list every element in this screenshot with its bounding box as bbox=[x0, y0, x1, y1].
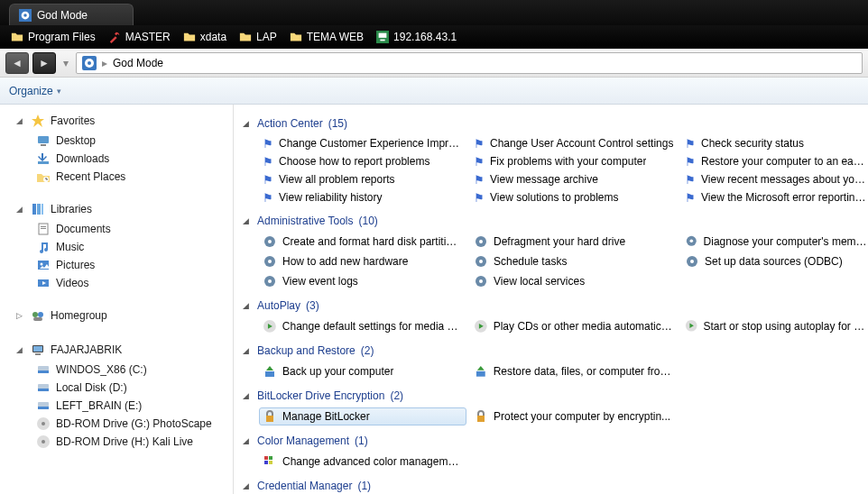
svg-rect-24 bbox=[33, 317, 42, 321]
nav-item-downloads[interactable]: Downloads bbox=[0, 150, 233, 168]
address-bar[interactable]: ▸ God Mode bbox=[76, 52, 863, 74]
svg-rect-61 bbox=[264, 456, 268, 460]
category-header[interactable]: ◢ Action Center (15) bbox=[243, 115, 859, 132]
task-item[interactable]: Back up your computer bbox=[259, 362, 466, 380]
task-item[interactable]: ⚑Change Customer Experience Impro... bbox=[259, 135, 466, 151]
nav-drive[interactable]: WINDOS_X86 (C:) bbox=[0, 361, 233, 379]
task-item[interactable]: ⚑Choose how to report problems bbox=[259, 153, 466, 169]
svg-rect-27 bbox=[35, 353, 41, 355]
task-item[interactable]: ⚑View the Microsoft error reporting pr..… bbox=[681, 189, 868, 206]
nav-drive[interactable]: BD-ROM Drive (G:) PhotoScape bbox=[0, 415, 233, 433]
task-item[interactable]: ⚑View recent messages about your co... bbox=[681, 171, 868, 188]
svg-rect-31 bbox=[38, 389, 49, 391]
category-header[interactable]: ◢ Administrative Tools (10) bbox=[243, 213, 859, 229]
category-header[interactable]: ◢ Color Management (1) bbox=[243, 433, 859, 449]
gear-icon bbox=[685, 234, 698, 249]
task-item[interactable]: Set up data sources (ODBC) bbox=[681, 252, 868, 270]
collapse-icon: ◢ bbox=[243, 436, 252, 445]
flag-icon: ⚑ bbox=[474, 138, 485, 150]
task-item[interactable]: Manage BitLocker bbox=[259, 407, 466, 425]
category-header[interactable]: ◢ BitLocker Drive Encryption (2) bbox=[243, 388, 859, 404]
task-item[interactable]: Diagnose your computer's memory ... bbox=[681, 233, 868, 251]
nav-item-music[interactable]: Music bbox=[0, 238, 233, 256]
task-item[interactable]: ⚑View reliability history bbox=[259, 189, 466, 206]
nav-item-documents[interactable]: Documents bbox=[0, 220, 233, 238]
task-grid: Manage BitLockerProtect your computer by… bbox=[243, 404, 859, 427]
svg-rect-60 bbox=[477, 416, 485, 422]
svg-point-43 bbox=[689, 239, 693, 242]
bookmark-master[interactable]: MASTER bbox=[108, 31, 171, 43]
bookmark-lap[interactable]: LAP bbox=[239, 31, 277, 43]
task-item[interactable]: ⚑Fix problems with your computer bbox=[470, 153, 678, 169]
category-header[interactable]: ◢ Backup and Restore (2) bbox=[243, 343, 859, 359]
svg-point-47 bbox=[479, 260, 483, 263]
homegroup-header[interactable]: ▷Homegroup bbox=[0, 305, 233, 326]
svg-rect-17 bbox=[41, 226, 46, 227]
svg-point-53 bbox=[479, 279, 483, 283]
folder-icon bbox=[239, 31, 252, 43]
flag-icon: ⚑ bbox=[263, 156, 273, 168]
nav-item-videos[interactable]: Videos bbox=[0, 274, 233, 292]
task-item[interactable]: Create and format hard disk partitions bbox=[259, 233, 466, 251]
task-item[interactable]: Schedule tasks bbox=[470, 252, 678, 270]
gear-icon bbox=[474, 254, 488, 269]
nav-drive[interactable]: Local Disk (D:) bbox=[0, 379, 233, 397]
task-item[interactable]: ⚑Check security status bbox=[681, 135, 868, 151]
nav-icon bbox=[36, 276, 51, 290]
browser-tab-strip: God Mode bbox=[0, 0, 868, 25]
task-item[interactable]: Restore data, files, or computer from... bbox=[470, 362, 678, 380]
backup-icon bbox=[263, 364, 277, 379]
nav-drive[interactable]: LEFT_BRAIN (E:) bbox=[0, 397, 233, 415]
task-item[interactable]: View event logs bbox=[259, 272, 466, 290]
task-item[interactable]: Start or stop using autoplay for all m..… bbox=[681, 317, 868, 335]
nav-item-pictures[interactable]: Pictures bbox=[0, 256, 233, 274]
collapse-icon: ◢ bbox=[16, 205, 25, 214]
collapse-icon: ◢ bbox=[16, 345, 25, 354]
libraries-header[interactable]: ◢Libraries bbox=[0, 198, 233, 220]
collapse-icon: ◢ bbox=[243, 301, 252, 310]
svg-rect-4 bbox=[379, 33, 387, 38]
organize-menu[interactable]: Organize bbox=[9, 85, 61, 97]
forward-button[interactable]: ► bbox=[32, 52, 56, 74]
flag-icon: ⚑ bbox=[685, 174, 696, 186]
browser-tab[interactable]: God Mode bbox=[9, 4, 134, 25]
svg-rect-10 bbox=[41, 144, 46, 146]
history-dropdown[interactable]: ▾ bbox=[60, 52, 72, 74]
drive-icon bbox=[36, 416, 51, 431]
star-icon bbox=[31, 114, 45, 128]
task-item[interactable]: Defragment your hard drive bbox=[470, 233, 678, 251]
svg-rect-18 bbox=[41, 228, 46, 229]
task-item[interactable]: ⚑View all problem reports bbox=[259, 171, 466, 188]
network-icon bbox=[376, 31, 389, 43]
nav-item-recent-places[interactable]: Recent Places bbox=[0, 168, 233, 186]
breadcrumb-sep: ▸ bbox=[102, 57, 107, 69]
nav-drive[interactable]: BD-ROM Drive (H:) Kali Live bbox=[0, 433, 233, 451]
nav-item-desktop[interactable]: Desktop bbox=[0, 132, 233, 150]
task-item[interactable]: ⚑View message archive bbox=[470, 171, 678, 188]
task-item[interactable]: Protect your computer by encryptin... bbox=[470, 407, 678, 425]
color-icon bbox=[263, 454, 277, 469]
task-item[interactable]: Change default settings for media or... bbox=[259, 317, 466, 335]
bookmark-xdata[interactable]: xdata bbox=[183, 31, 226, 43]
favorites-header[interactable]: ◢Favorites bbox=[0, 110, 233, 132]
explorer-toolbar: Organize bbox=[0, 78, 868, 105]
bookmark-ip[interactable]: 192.168.43.1 bbox=[376, 31, 457, 43]
computer-header[interactable]: ◢FAJARJABRIK bbox=[0, 339, 233, 361]
category-header[interactable]: ◢ AutoPlay (3) bbox=[243, 297, 859, 314]
nav-icon bbox=[36, 258, 51, 272]
task-item[interactable]: ⚑Restore your computer to an earlier t..… bbox=[681, 153, 868, 169]
bookmark-program-files[interactable]: Program Files bbox=[11, 31, 96, 43]
bookmark-tema-web[interactable]: TEMA WEB bbox=[290, 31, 364, 43]
folder-icon bbox=[290, 31, 302, 43]
task-item[interactable]: Play CDs or other media automatically bbox=[470, 317, 678, 335]
category-header[interactable]: ◢ Credential Manager (1) bbox=[243, 478, 859, 494]
task-item[interactable]: ⚑View solutions to problems bbox=[470, 189, 678, 206]
task-item[interactable]: ⚑Change User Account Control settings bbox=[470, 135, 678, 151]
task-item[interactable]: View local services bbox=[470, 272, 678, 290]
play-icon bbox=[685, 319, 697, 334]
back-button[interactable]: ◄ bbox=[5, 52, 29, 74]
nav-icon bbox=[36, 169, 51, 184]
task-item[interactable]: How to add new hardware bbox=[259, 252, 466, 270]
task-item[interactable]: Change advanced color manageme... bbox=[259, 453, 466, 471]
lock-icon bbox=[474, 409, 488, 424]
